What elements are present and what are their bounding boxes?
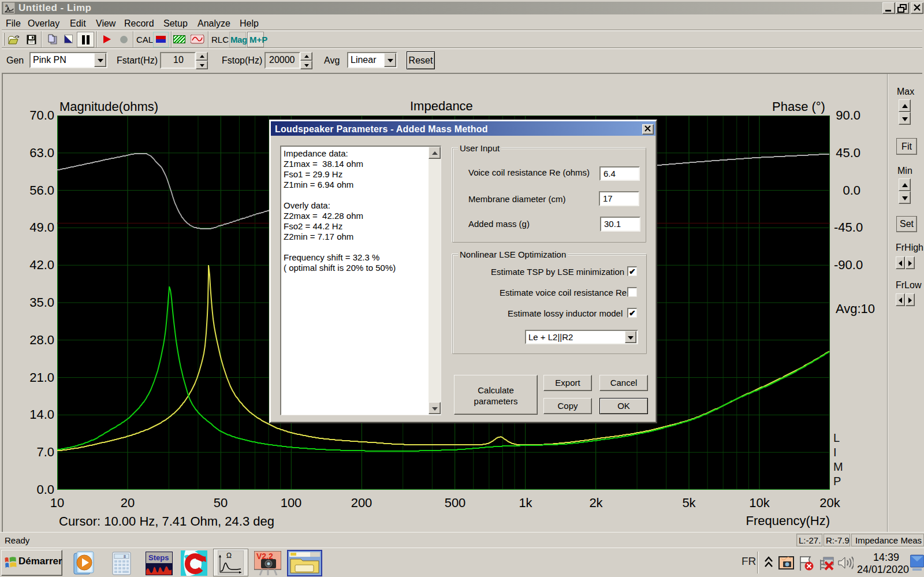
svg-text:a: a (5, 3, 8, 8)
svg-text:8: 8 (124, 554, 126, 559)
svg-text:Steps: Steps (148, 553, 169, 562)
svg-text:Ω: Ω (226, 552, 232, 560)
